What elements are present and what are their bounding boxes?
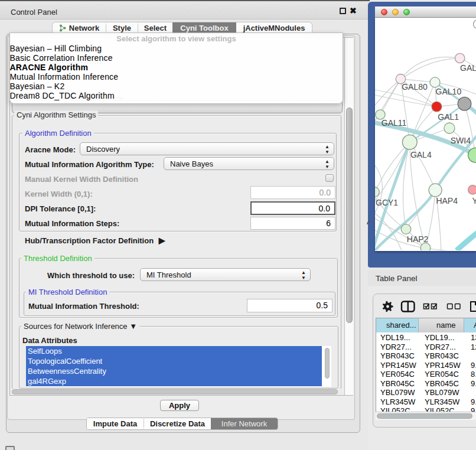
svg-text:HAP4: HAP4 [436, 196, 458, 206]
svg-text:GAL10: GAL10 [436, 87, 462, 96]
svg-text:GAL11: GAL11 [382, 118, 407, 128]
svg-text:GAL80: GAL80 [402, 82, 428, 92]
svg-text:GAL1: GAL1 [438, 112, 459, 122]
svg-text:GAL4: GAL4 [410, 150, 432, 159]
svg-text:SWI4: SWI4 [451, 136, 471, 145]
svg-text:GCY1: GCY1 [376, 198, 398, 207]
svg-text:GAL7: GAL7 [460, 63, 476, 73]
svg-text:HAP2: HAP2 [407, 234, 429, 244]
svg-text:Y: Y [472, 196, 476, 206]
